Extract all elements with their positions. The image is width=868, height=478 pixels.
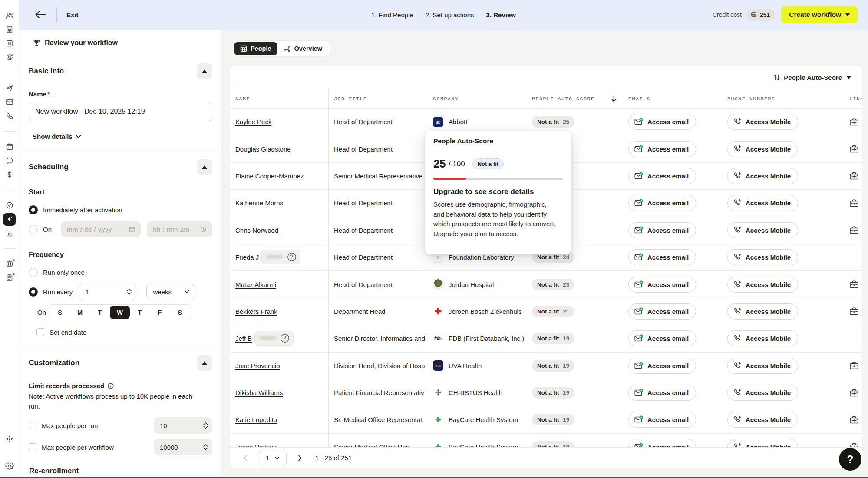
person-name-link[interactable]: Elaine Cooper-Martinez (235, 172, 304, 180)
access-email-button[interactable]: Access email (628, 439, 696, 447)
max-per-run-checkbox[interactable] (29, 422, 36, 429)
sort-control[interactable]: People Auto-Score (773, 74, 851, 81)
access-mobile-button[interactable]: Access Mobile (727, 141, 798, 157)
step-find-people[interactable]: 1. Find People (371, 0, 413, 30)
score-badge[interactable]: Not a fit19 (532, 441, 574, 447)
building-icon[interactable] (0, 23, 19, 36)
radio-on-date[interactable] (29, 225, 38, 234)
access-email-button[interactable]: Access email (628, 412, 696, 428)
company-name[interactable]: BayCare Health System (449, 416, 518, 423)
create-workflow-button[interactable]: Create workflow (781, 6, 858, 23)
day-pill-3[interactable]: W (110, 306, 130, 319)
person-name-link[interactable]: Katherine Morris (235, 199, 283, 207)
company-links-icon[interactable] (849, 145, 859, 153)
frequency-unit-select[interactable]: weeks (146, 284, 195, 300)
access-mobile-button[interactable]: Access Mobile (727, 303, 798, 320)
list-icon[interactable] (0, 36, 19, 50)
access-email-button[interactable]: Access email (628, 222, 696, 238)
number-stepper[interactable] (127, 289, 132, 295)
company-name[interactable]: BayCare Health System (449, 443, 518, 447)
exit-button[interactable]: Exit (66, 11, 79, 19)
header-company[interactable]: COMPANY (428, 89, 527, 108)
company-name[interactable]: FDB (First Databank, Inc.) (449, 335, 524, 342)
access-email-button[interactable]: Access email (628, 249, 696, 265)
person-name-link[interactable]: Bekkers Frank (235, 308, 277, 315)
calendar-icon[interactable] (0, 140, 19, 154)
access-mobile-button[interactable]: Access Mobile (727, 114, 798, 130)
access-email-button[interactable]: Access email (628, 141, 696, 157)
radio-run-every[interactable] (29, 287, 38, 297)
company-name[interactable]: Jeroen Bosch Ziekenhuis (449, 308, 521, 315)
company-links-icon[interactable] (849, 199, 859, 208)
gear-icon[interactable] (0, 459, 19, 473)
tasks-icon[interactable] (0, 271, 19, 285)
company-links-icon[interactable] (849, 118, 859, 126)
scheduling-collapse-button[interactable] (197, 159, 212, 175)
chart-icon[interactable] (0, 226, 19, 240)
next-page-button[interactable] (298, 455, 302, 462)
company-links-icon[interactable] (849, 280, 859, 289)
access-mobile-button[interactable]: Access Mobile (727, 249, 798, 265)
show-details-toggle[interactable]: Show details (33, 133, 212, 140)
mail-icon[interactable] (0, 95, 19, 109)
person-name-link[interactable]: Jeff B (235, 335, 252, 342)
person-name-link[interactable]: Frieda J (235, 254, 259, 261)
previous-page-button[interactable] (243, 455, 248, 462)
day-pill-0[interactable]: S (50, 306, 70, 319)
person-name-link[interactable]: Mutaz Alkarmi (235, 281, 276, 288)
workflows-bolt-icon[interactable] (0, 212, 19, 226)
access-email-button[interactable]: Access email (628, 358, 696, 374)
tab-overview[interactable]: Overview (277, 42, 329, 55)
access-mobile-button[interactable]: Access Mobile (727, 330, 798, 346)
person-name-link[interactable]: Chris Norwood (235, 227, 278, 234)
score-badge[interactable]: Not a fit25 (532, 116, 574, 128)
max-per-workflow-checkbox[interactable] (29, 443, 36, 451)
company-links-icon[interactable] (849, 171, 859, 180)
back-arrow-icon[interactable] (35, 10, 46, 19)
header-people-auto-score[interactable]: PEOPLE AUTO-SCORE (527, 89, 623, 108)
page-select[interactable]: 1 (259, 450, 287, 466)
redacted-name-box[interactable] (254, 331, 294, 346)
step-review[interactable]: 3. Review (486, 0, 516, 30)
company-links-icon[interactable] (849, 361, 859, 370)
access-email-button[interactable]: Access email (628, 303, 696, 320)
person-name-link[interactable]: Dikisha Williams (235, 389, 283, 396)
start-date-input[interactable]: mm / dd / yyyy (61, 221, 141, 237)
set-end-date-checkbox[interactable] (36, 328, 44, 336)
access-mobile-button[interactable]: Access Mobile (727, 358, 798, 374)
access-mobile-button[interactable]: Access Mobile (727, 385, 798, 401)
company-links-icon[interactable] (849, 226, 859, 234)
radio-run-once[interactable] (29, 268, 38, 277)
radio-immediately[interactable] (29, 205, 38, 214)
chat-icon[interactable] (0, 154, 19, 168)
phone-icon[interactable] (0, 109, 19, 123)
step-set-up-actions[interactable]: 2. Set up actions (426, 0, 474, 30)
customization-collapse-button[interactable] (197, 355, 212, 371)
people-icon[interactable] (0, 9, 19, 23)
company-name[interactable]: UVA Health (449, 362, 482, 369)
access-email-button[interactable]: Access email (628, 195, 696, 211)
access-email-button[interactable]: Access email (628, 330, 696, 346)
score-badge[interactable]: Not a fit19 (532, 387, 574, 399)
person-name-link[interactable]: Douglas Gladstone (235, 145, 291, 153)
start-time-input[interactable]: hh : mm am (147, 221, 212, 237)
day-pill-6[interactable]: S (170, 306, 190, 319)
max-per-workflow-input[interactable]: 10000 (154, 439, 212, 455)
header-links[interactable]: LINKS (846, 89, 862, 108)
run-every-number-input[interactable]: 1 (79, 284, 136, 300)
check-circle-icon[interactable] (0, 198, 19, 212)
company-name[interactable]: Abbott (449, 118, 467, 125)
tab-people[interactable]: People (234, 42, 277, 55)
access-email-button[interactable]: Access email (628, 114, 696, 130)
company-links-icon[interactable] (849, 307, 859, 316)
send-icon[interactable] (0, 81, 19, 95)
header-phone-numbers[interactable]: PHONE NUMBERS (722, 89, 846, 108)
number-stepper[interactable] (203, 422, 208, 429)
person-name-link[interactable]: Jose Provencio (235, 362, 280, 369)
move-icon[interactable] (0, 432, 19, 446)
workflow-name-input[interactable] (29, 102, 212, 121)
access-mobile-button[interactable]: Access Mobile (727, 222, 798, 238)
access-mobile-button[interactable]: Access Mobile (727, 168, 798, 184)
score-badge[interactable]: Not a fit19 (532, 333, 574, 344)
max-per-run-input[interactable]: 10 (154, 417, 212, 434)
